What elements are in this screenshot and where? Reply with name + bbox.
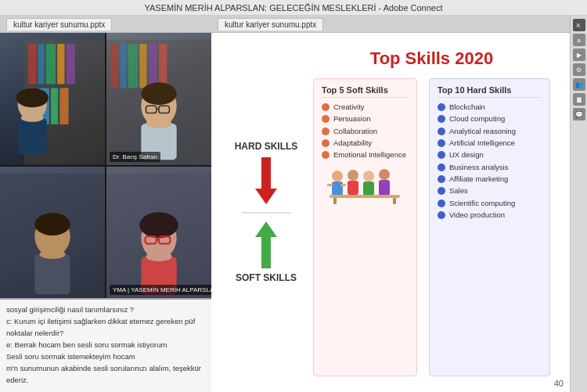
svg-rect-8 <box>51 88 58 124</box>
skill-item: Affiliate marketing <box>438 174 542 184</box>
skill-bullet <box>438 164 445 171</box>
svg-rect-42 <box>332 182 343 196</box>
svg-rect-52 <box>333 198 337 204</box>
slide-title: Top Skills 2020 <box>313 49 550 69</box>
arrow-head-up <box>255 221 277 237</box>
svg-rect-17 <box>128 44 138 88</box>
skill-item: Creativity <box>322 102 409 112</box>
svg-rect-18 <box>139 44 146 88</box>
skill-bullet <box>438 139 445 147</box>
hard-skills-label: HARD SKILLS <box>235 141 298 153</box>
video-cell-1[interactable] <box>0 33 105 165</box>
sidebar-icon-users[interactable]: 👥 <box>573 78 585 91</box>
skill-item: Business analysis <box>438 163 542 172</box>
skill-item: Sales <box>438 186 542 196</box>
left-panel: kultur kariyer sunumu.pptx <box>0 16 211 392</box>
hard-skills-column: Top 10 Hard Skills Blockchain Cloud comp… <box>429 78 550 376</box>
skill-item: Adaptability <box>322 138 409 148</box>
sidebar-icon-play[interactable]: ▶ <box>573 49 585 61</box>
skill-bullet <box>438 103 445 111</box>
sidebar-icon-2[interactable]: a <box>573 34 585 46</box>
svg-point-32 <box>40 249 66 258</box>
svg-rect-19 <box>149 44 157 88</box>
svg-rect-48 <box>363 182 374 196</box>
svg-rect-4 <box>57 44 64 85</box>
file-tab-bar: kultur kariyer sunumu.pptx <box>0 16 211 33</box>
svg-point-13 <box>21 114 44 122</box>
participant-3-video <box>0 167 105 299</box>
sidebar-icon-chat[interactable]: 💬 <box>573 108 585 120</box>
hard-skills-title: Top 10 Hard Skills <box>438 85 542 98</box>
skills-divider <box>242 212 291 214</box>
skill-item: Scientific computing <box>438 199 542 208</box>
sidebar-icon-1[interactable]: K <box>573 19 585 31</box>
svg-point-30 <box>34 213 70 236</box>
svg-rect-44 <box>340 184 346 186</box>
skill-bullet <box>438 175 445 183</box>
chat-line-1: sosyal girişimciliği nasıl tanımlarsınız… <box>6 304 205 315</box>
slide-tab[interactable]: kultur kariyer sunumu.pptx <box>218 18 323 31</box>
skill-bullet <box>322 115 330 123</box>
chat-area: sosyal girişimciliği nasıl tanımlarsınız… <box>0 298 211 392</box>
skill-item: Persuasion <box>322 114 409 124</box>
chat-line-5: m'n sunumunun akabinde sesli sorularınız… <box>6 363 205 386</box>
skill-bullet <box>438 151 445 159</box>
svg-rect-12 <box>18 118 47 154</box>
slide-right-content: Top Skills 2020 Top 5 Soft Skills Creati… <box>313 49 550 376</box>
chat-line-2: c: Kurum içi iletişimi sağlarken dikkat … <box>6 316 205 339</box>
arrow-shaft-up <box>261 237 271 268</box>
svg-rect-2 <box>38 44 44 85</box>
video-cell-2[interactable]: Dr. Barış Safran <box>106 33 211 165</box>
video-cell-3[interactable] <box>0 167 105 299</box>
slide-arrows: HARD SKILLS SOFT SKILLS <box>231 49 301 376</box>
slide-tab-bar: kultur kariyer sunumu.pptx <box>211 16 570 33</box>
svg-point-27 <box>146 119 172 128</box>
participant-4-label: YMA | YASEMİN MERİH ALPARSLAN <box>110 285 211 295</box>
svg-rect-51 <box>330 195 400 198</box>
skill-item: Artificial Intelligence <box>438 138 542 148</box>
skill-item: Cloud computing <box>438 114 542 124</box>
skill-bullet <box>322 139 330 147</box>
participant-4-video <box>106 167 211 299</box>
file-tab[interactable]: kultur kariyer sunumu.pptx <box>6 18 112 31</box>
right-sidebar: K a ▶ ⚙ 👥 📋 💬 <box>570 16 587 392</box>
skill-item: Collaboration <box>322 127 409 136</box>
sidebar-icon-settings[interactable]: ⚙ <box>573 63 585 76</box>
svg-rect-20 <box>159 44 167 88</box>
svg-rect-9 <box>59 88 68 124</box>
slide-content: HARD SKILLS SOFT SKILLS Top Skills 2020 <box>211 33 570 392</box>
soft-skills-column: Top 5 Soft Skills Creativity Persuasion <box>313 78 417 376</box>
arrow-head-down <box>255 189 277 204</box>
svg-rect-5 <box>67 44 75 85</box>
svg-rect-31 <box>34 254 70 294</box>
skill-bullet <box>438 200 445 207</box>
soft-skills-title: Top 5 Soft Skills <box>322 85 409 98</box>
svg-point-47 <box>363 171 374 182</box>
slide-area: kultur kariyer sunumu.pptx HARD SKILLS <box>211 16 570 392</box>
participant-1-video <box>0 33 105 165</box>
people-illustration <box>326 167 404 206</box>
title-bar: YASEMİN MERİH ALPARSLAN: GELECEĞİN MESLE… <box>0 0 587 16</box>
illustration <box>322 167 409 206</box>
chat-line-3: e: Berrak hocam ben sesli soru sormak is… <box>6 340 205 351</box>
svg-point-40 <box>146 251 172 261</box>
skill-item: Analytical reasoning <box>438 127 542 136</box>
svg-rect-15 <box>110 44 118 88</box>
svg-point-49 <box>379 169 390 180</box>
video-cell-4[interactable]: YMA | YASEMİN MERİH ALPARSLAN <box>106 167 211 299</box>
svg-point-22 <box>141 82 176 105</box>
skill-bullet <box>438 187 445 195</box>
skill-bullet <box>438 211 445 219</box>
arrow-shaft-down <box>261 157 271 189</box>
svg-point-41 <box>332 171 343 182</box>
video-grid: Dr. Barış Safran <box>0 33 211 298</box>
svg-rect-16 <box>121 44 127 88</box>
sidebar-icon-notes[interactable]: 📋 <box>573 93 585 106</box>
slide-presentation: HARD SKILLS SOFT SKILLS Top Skills 2020 <box>211 33 570 392</box>
svg-rect-3 <box>46 44 56 85</box>
skill-bullet <box>438 128 445 135</box>
skill-bullet <box>322 151 330 159</box>
svg-point-35 <box>139 212 178 238</box>
title-text: YASEMİN MERİH ALPARSLAN: GELECEĞİN MESLE… <box>144 3 442 13</box>
svg-rect-50 <box>379 180 390 196</box>
